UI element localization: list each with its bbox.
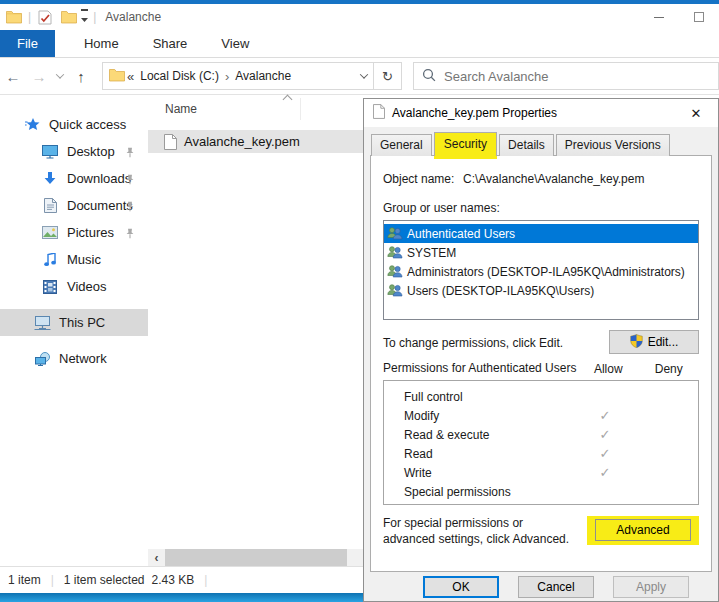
forward-button[interactable]: → bbox=[26, 68, 52, 85]
qat-newfolder-icon[interactable] bbox=[60, 8, 78, 26]
pin-icon bbox=[125, 200, 135, 215]
qat-properties-icon[interactable] bbox=[36, 8, 54, 26]
allow-column-header: Allow bbox=[578, 362, 638, 376]
column-header-label: Name bbox=[165, 102, 197, 116]
pictures-icon bbox=[40, 226, 60, 239]
recent-locations-icon[interactable] bbox=[52, 71, 68, 81]
breadcrumb-root[interactable]: Local Disk (C:) bbox=[140, 69, 219, 83]
minimize-button[interactable] bbox=[639, 4, 679, 30]
sidebar-item-downloads[interactable]: Downloads bbox=[0, 165, 148, 192]
ribbon-tab-file[interactable]: File bbox=[0, 30, 55, 57]
permission-row-write: Write ✓ bbox=[384, 463, 698, 482]
advanced-button[interactable]: Advanced bbox=[595, 519, 691, 541]
user-group-icon bbox=[387, 284, 403, 297]
search-icon bbox=[422, 68, 436, 85]
search-box bbox=[413, 62, 719, 90]
back-button[interactable]: ← bbox=[0, 68, 26, 85]
permission-name: Read & execute bbox=[404, 428, 574, 442]
permission-name: Special permissions bbox=[404, 485, 574, 499]
edit-button[interactable]: Edit... bbox=[609, 330, 699, 354]
item-count: 1 item bbox=[8, 573, 41, 587]
music-icon bbox=[40, 253, 60, 267]
sidebar-item-label: Network bbox=[59, 351, 107, 366]
allow-checkmark: ✓ bbox=[574, 446, 636, 461]
selection-size: 2.43 KB bbox=[152, 573, 195, 587]
address-folder-icon bbox=[109, 68, 125, 85]
address-dropdown-icon[interactable] bbox=[360, 70, 368, 78]
refresh-button[interactable]: ↻ bbox=[374, 62, 402, 90]
window-title: Avalanche bbox=[105, 10, 161, 24]
permission-row-special-permissions: Special permissions bbox=[384, 482, 698, 501]
security-tab-page: Object name: C:\Avalanche\Avalanche_key.… bbox=[370, 155, 712, 572]
group-row-system[interactable]: SYSTEM bbox=[384, 243, 698, 262]
up-button[interactable]: ↑ bbox=[68, 68, 94, 85]
maximize-button[interactable] bbox=[679, 4, 719, 30]
sidebar-item-videos[interactable]: Videos bbox=[0, 273, 148, 300]
address-bar[interactable]: « Local Disk (C:) › Avalanche bbox=[102, 62, 374, 90]
permission-name: Write bbox=[404, 466, 574, 480]
file-name: Avalanche_key.pem bbox=[184, 134, 300, 149]
dialog-close-icon[interactable]: ✕ bbox=[674, 99, 718, 127]
breadcrumb-current[interactable]: Avalanche bbox=[235, 69, 291, 83]
permission-name: Read bbox=[404, 447, 574, 461]
uac-shield-icon bbox=[630, 334, 643, 351]
tab-general[interactable]: General bbox=[371, 134, 432, 156]
scrollbar-thumb[interactable] bbox=[165, 549, 347, 566]
ribbon-tab-share[interactable]: Share bbox=[136, 30, 205, 57]
sidebar-item-pictures[interactable]: Pictures bbox=[0, 219, 148, 246]
properties-dialog: Avalanche_key.pem Properties ✕ General S… bbox=[363, 98, 719, 602]
group-list: Authenticated Users SYSTEM Administrator… bbox=[383, 220, 699, 320]
tab-security[interactable]: Security bbox=[434, 132, 497, 156]
advanced-highlight: Advanced bbox=[587, 516, 699, 545]
dialog-file-icon bbox=[373, 104, 385, 122]
breadcrumb-overflow-icon[interactable]: « bbox=[127, 69, 134, 84]
sidebar-item-quick-access[interactable]: Quick access bbox=[0, 111, 148, 138]
sidebar-item-label: Quick access bbox=[49, 117, 126, 132]
sidebar-item-desktop[interactable]: Desktop bbox=[0, 138, 148, 165]
permission-row-full-control: Full control bbox=[384, 387, 698, 406]
pin-icon bbox=[125, 227, 135, 242]
search-input[interactable] bbox=[444, 69, 710, 84]
edit-button-label: Edit... bbox=[648, 335, 679, 349]
sidebar-item-network[interactable]: Network bbox=[0, 345, 148, 372]
group-row-authenticated-users[interactable]: Authenticated Users bbox=[384, 224, 698, 243]
permission-row-read: Read ✓ bbox=[384, 444, 698, 463]
sidebar-item-label: This PC bbox=[59, 315, 105, 330]
permission-name: Full control bbox=[404, 390, 574, 404]
sidebar-item-music[interactable]: Music bbox=[0, 246, 148, 273]
permission-row-modify: Modify ✓ bbox=[384, 406, 698, 425]
sidebar-item-label: Documents bbox=[67, 198, 133, 213]
breadcrumb-separator-icon: › bbox=[225, 69, 229, 84]
navigation-bar: ← → ↑ « Local Disk (C:) › Avalanche ↻ bbox=[0, 58, 719, 95]
documents-icon bbox=[40, 198, 60, 213]
dialog-footer: OK Cancel Apply bbox=[364, 576, 718, 598]
dialog-tabs: General Security Details Previous Versio… bbox=[371, 132, 718, 156]
sidebar-item-label: Music bbox=[67, 252, 101, 267]
permission-row-read-execute: Read & execute ✓ bbox=[384, 425, 698, 444]
column-divider bbox=[300, 98, 301, 120]
ok-button[interactable]: OK bbox=[423, 576, 499, 598]
titlebar-separator: | bbox=[28, 10, 31, 24]
ribbon-tab-view[interactable]: View bbox=[204, 30, 266, 57]
window-controls bbox=[639, 4, 719, 30]
apply-button[interactable]: Apply bbox=[613, 576, 689, 598]
navigation-pane: Quick access Desktop Downloads bbox=[0, 95, 148, 566]
cancel-button[interactable]: Cancel bbox=[518, 576, 594, 598]
qat-customize-icon[interactable] bbox=[81, 9, 88, 26]
group-row-administrators[interactable]: Administrators (DESKTOP-ILA95KQ\Administ… bbox=[384, 262, 698, 281]
status-divider2: | bbox=[204, 573, 207, 587]
group-name: Authenticated Users bbox=[407, 227, 515, 241]
object-name-label: Object name: bbox=[383, 172, 463, 186]
scroll-left-icon[interactable]: ‹ bbox=[148, 549, 165, 566]
ribbon-tab-home[interactable]: Home bbox=[67, 30, 136, 57]
tab-details[interactable]: Details bbox=[499, 134, 554, 156]
group-row-users[interactable]: Users (DESKTOP-ILA95KQ\Users) bbox=[384, 281, 698, 300]
sidebar-item-this-pc[interactable]: This PC bbox=[0, 309, 148, 336]
pin-icon bbox=[125, 173, 135, 188]
horizontal-scrollbar[interactable]: ‹ bbox=[148, 549, 363, 566]
quick-access-star-icon bbox=[22, 118, 42, 132]
videos-icon bbox=[40, 280, 60, 294]
tab-previous-versions[interactable]: Previous Versions bbox=[556, 134, 670, 156]
sidebar-item-documents[interactable]: Documents bbox=[0, 192, 148, 219]
sidebar-item-label: Videos bbox=[67, 279, 107, 294]
